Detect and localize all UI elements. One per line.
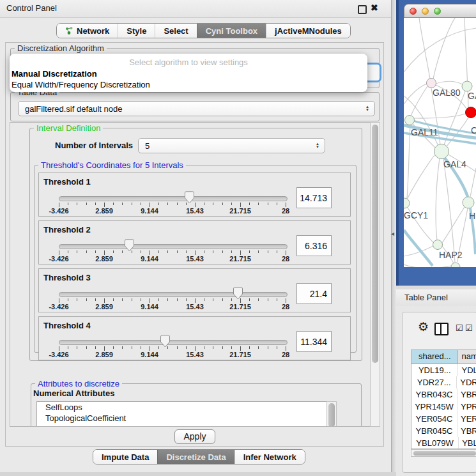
threshold-slider-track[interactable]: [59, 292, 288, 297]
table-row[interactable]: YDR27...YDR2: [411, 376, 476, 388]
column-header-shared-name[interactable]: shared...: [411, 350, 458, 364]
slider-thumb[interactable]: [184, 191, 195, 204]
network-node[interactable]: [427, 79, 436, 88]
numerical-attributes-list[interactable]: SelfLoopsTopologicalCoefficientBetweenne…: [36, 401, 328, 427]
table-data-combobox[interactable]: galFiltered.sif default node ▲▼: [18, 101, 375, 116]
network-edge[interactable]: [436, 158, 440, 240]
table-row[interactable]: YPR145WYPR1: [411, 401, 476, 413]
table-row[interactable]: YDL19...YDL1: [411, 364, 476, 376]
network-edge-highlighted[interactable]: [404, 230, 433, 266]
network-edge[interactable]: [470, 168, 476, 197]
network-edge[interactable]: [443, 158, 455, 262]
close-traffic-light[interactable]: [410, 8, 417, 15]
table-row[interactable]: YER054CYER0: [411, 413, 476, 425]
minimize-traffic-light[interactable]: [422, 8, 429, 15]
tab-jactivemnodules[interactable]: jActiveMNodules: [266, 24, 350, 38]
checkbox-icon[interactable]: ☑: [465, 323, 473, 333]
algorithm-option[interactable]: Equal Width/Frequency Discretization: [12, 80, 150, 89]
tab-select[interactable]: Select: [155, 24, 196, 38]
column-header-name[interactable]: name: [458, 350, 476, 364]
threshold-value-field[interactable]: 6.316: [296, 235, 332, 256]
screen: Control Panel ✖ NetworkStyleSelectCyni T…: [0, 0, 476, 476]
network-edge[interactable]: [407, 125, 410, 199]
cell-name[interactable]: YDR2: [457, 376, 476, 388]
table-row[interactable]: YBR043CYBR0: [411, 388, 476, 401]
network-node[interactable]: [466, 107, 476, 118]
table-row[interactable]: YBL079WYBL0: [411, 437, 476, 449]
threshold-slider-track[interactable]: [59, 196, 288, 201]
cell-name[interactable]: YBR0: [457, 388, 476, 401]
tick-mark: [113, 298, 114, 301]
network-edge[interactable]: [433, 18, 455, 79]
zoom-traffic-light[interactable]: [434, 8, 441, 15]
cell-shared-name[interactable]: YER054C: [411, 413, 457, 425]
threshold-row: Threshold 2-3.4262.8599.14415.4321.71528…: [38, 220, 351, 265]
threshold-value-field[interactable]: 14.713: [296, 187, 332, 208]
attributes-list-scrollbar[interactable]: [326, 401, 337, 427]
apply-button[interactable]: Apply: [174, 429, 215, 444]
network-node[interactable]: [405, 116, 415, 125]
attributes-list-scrollbar-thumb[interactable]: [328, 403, 335, 427]
algorithm-option[interactable]: Manual Discretization: [12, 69, 97, 79]
cell-shared-name[interactable]: YDR27...: [411, 376, 457, 388]
attribute-list-item[interactable]: TopologicalCoefficient: [37, 413, 327, 424]
network-edge[interactable]: [404, 84, 427, 104]
network-edge[interactable]: [411, 86, 427, 116]
tab-network[interactable]: Network: [57, 24, 118, 38]
table-row[interactable]: YBR045CYBR0: [411, 425, 476, 437]
threshold-value-field[interactable]: 21.4: [296, 283, 332, 304]
network-node[interactable]: [451, 263, 460, 267]
cell-name[interactable]: YER0: [457, 413, 476, 425]
network-node[interactable]: [434, 144, 449, 159]
network-node-label: GA: [468, 91, 476, 101]
tab-style[interactable]: Style: [118, 24, 155, 38]
tab-infer-network[interactable]: Infer Network: [234, 450, 305, 464]
tick-mark: [122, 250, 123, 253]
tab-impute-data[interactable]: Impute Data: [93, 450, 157, 464]
slider-thumb[interactable]: [233, 287, 243, 300]
top-tab-bar: NetworkStyleSelectCyni ToolboxjActiveMNo…: [56, 23, 351, 38]
settings-scrollbar-thumb[interactable]: [372, 125, 378, 363]
slider-thumb[interactable]: [160, 335, 171, 348]
network-edge[interactable]: [442, 207, 464, 243]
tick-mark: [286, 346, 286, 351]
threshold-value-field[interactable]: 11.344: [296, 331, 332, 352]
close-icon[interactable]: ✖: [371, 3, 378, 13]
panel-splitter[interactable]: [392, 0, 396, 476]
network-node[interactable]: [433, 240, 443, 250]
column-browser-icon[interactable]: [434, 323, 449, 335]
network-node[interactable]: [463, 197, 474, 208]
threshold-slider-track[interactable]: [59, 340, 288, 345]
cell-name[interactable]: YPR1: [457, 401, 476, 413]
table-horizontal-scrollbar-thumb[interactable]: [413, 451, 476, 456]
cell-shared-name[interactable]: YPR145W: [411, 401, 457, 413]
network-node[interactable]: [404, 198, 410, 208]
cell-shared-name[interactable]: YBR043C: [411, 388, 457, 401]
cell-shared-name[interactable]: YBL079W: [411, 437, 459, 449]
tab-discretize-data[interactable]: Discretize Data: [157, 450, 234, 464]
checkbox-icon[interactable]: ☑: [456, 323, 463, 333]
network-edge[interactable]: [436, 81, 463, 84]
cell-name[interactable]: YBR0: [457, 425, 476, 437]
tab-cyni-toolbox[interactable]: Cyni Toolbox: [197, 24, 266, 38]
number-of-intervals-combobox[interactable]: 5 ▲▼: [138, 138, 325, 153]
cell-name[interactable]: YBL0: [459, 437, 476, 449]
network-node[interactable]: [462, 81, 472, 91]
float-window-icon[interactable]: [358, 5, 367, 14]
slider-thumb[interactable]: [124, 239, 135, 252]
splitter-collapse-icon[interactable]: ◂: [391, 230, 394, 237]
network-edge[interactable]: [419, 18, 430, 79]
threshold-slider-track[interactable]: [59, 244, 288, 249]
attribute-list-item[interactable]: SelfLoops: [37, 402, 327, 413]
table-horizontal-scrollbar[interactable]: [411, 449, 476, 457]
cell-shared-name[interactable]: YBR045C: [411, 425, 457, 437]
cell-name[interactable]: YDL1: [458, 364, 476, 376]
network-edge[interactable]: [407, 155, 434, 199]
network-edge[interactable]: [404, 265, 451, 267]
network-window-titlebar[interactable]: [404, 4, 476, 18]
gear-icon[interactable]: ⚙: [418, 321, 429, 333]
settings-scrollbar[interactable]: [370, 122, 380, 427]
network-canvas[interactable]: GAL80GACGAL11GAL4GCY1HHAP2: [404, 18, 476, 267]
attribute-list-item[interactable]: BetweennessCentrality: [37, 424, 327, 427]
cell-shared-name[interactable]: YDL19...: [411, 364, 458, 376]
